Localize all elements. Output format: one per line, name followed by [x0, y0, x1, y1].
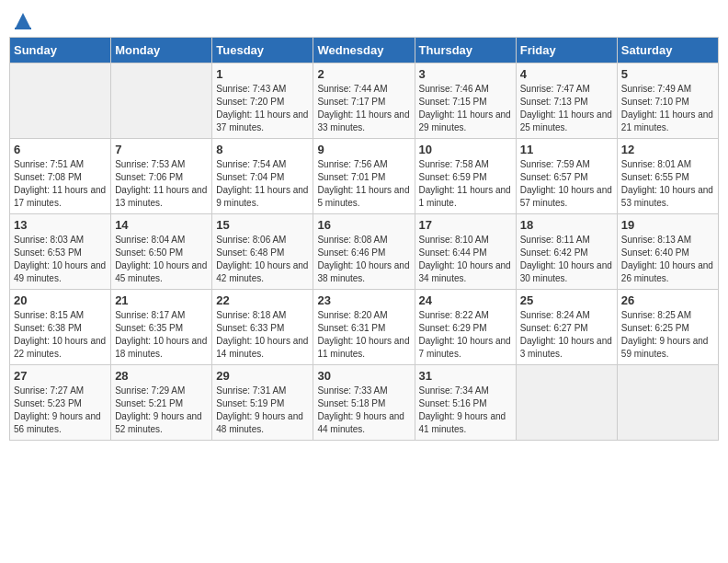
day-number: 13 [14, 218, 107, 232]
page-header [9, 9, 719, 33]
day-number: 7 [115, 143, 208, 156]
calendar-cell: 17Sunrise: 8:10 AM Sunset: 6:44 PM Dayli… [415, 214, 516, 290]
calendar-cell: 1Sunrise: 7:43 AM Sunset: 7:20 PM Daylig… [212, 63, 313, 139]
calendar-cell [617, 365, 718, 441]
day-info: Sunrise: 8:18 AM Sunset: 6:33 PM Dayligh… [216, 309, 309, 361]
day-number: 1 [216, 67, 309, 81]
calendar-week-row: 1Sunrise: 7:43 AM Sunset: 7:20 PM Daylig… [10, 63, 719, 139]
day-number: 21 [115, 293, 208, 307]
day-info: Sunrise: 8:06 AM Sunset: 6:48 PM Dayligh… [216, 234, 309, 285]
weekday-header-sunday: Sunday [10, 38, 111, 63]
day-info: Sunrise: 8:10 AM Sunset: 6:44 PM Dayligh… [419, 234, 512, 285]
calendar-cell: 27Sunrise: 7:27 AM Sunset: 5:23 PM Dayli… [10, 365, 111, 441]
day-info: Sunrise: 8:04 AM Sunset: 6:50 PM Dayligh… [115, 234, 208, 285]
day-info: Sunrise: 8:15 AM Sunset: 6:38 PM Dayligh… [14, 309, 107, 361]
day-number: 16 [317, 218, 410, 232]
day-number: 6 [14, 143, 107, 156]
day-number: 25 [520, 293, 613, 307]
day-number: 2 [317, 67, 410, 81]
weekday-header-saturday: Saturday [617, 38, 718, 63]
calendar-week-row: 20Sunrise: 8:15 AM Sunset: 6:38 PM Dayli… [10, 290, 719, 365]
day-info: Sunrise: 8:25 AM Sunset: 6:25 PM Dayligh… [621, 309, 714, 361]
weekday-header-tuesday: Tuesday [212, 38, 313, 63]
day-info: Sunrise: 7:31 AM Sunset: 5:19 PM Dayligh… [216, 385, 309, 436]
day-info: Sunrise: 8:11 AM Sunset: 6:42 PM Dayligh… [520, 234, 613, 285]
calendar-cell: 3Sunrise: 7:46 AM Sunset: 7:15 PM Daylig… [415, 63, 516, 139]
day-info: Sunrise: 8:17 AM Sunset: 6:35 PM Dayligh… [115, 309, 208, 361]
calendar-cell: 14Sunrise: 8:04 AM Sunset: 6:50 PM Dayli… [111, 214, 212, 290]
day-number: 11 [520, 143, 613, 156]
day-info: Sunrise: 7:54 AM Sunset: 7:04 PM Dayligh… [216, 158, 309, 210]
day-info: Sunrise: 7:29 AM Sunset: 5:21 PM Dayligh… [115, 385, 208, 436]
calendar-cell: 28Sunrise: 7:29 AM Sunset: 5:21 PM Dayli… [111, 365, 212, 441]
calendar-cell: 19Sunrise: 8:13 AM Sunset: 6:40 PM Dayli… [617, 214, 718, 290]
day-info: Sunrise: 7:46 AM Sunset: 7:15 PM Dayligh… [419, 83, 512, 134]
day-number: 27 [14, 369, 107, 383]
calendar-cell: 29Sunrise: 7:31 AM Sunset: 5:19 PM Dayli… [212, 365, 313, 441]
day-number: 18 [520, 218, 613, 232]
calendar-cell: 4Sunrise: 7:47 AM Sunset: 7:13 PM Daylig… [516, 63, 617, 139]
day-info: Sunrise: 7:51 AM Sunset: 7:08 PM Dayligh… [14, 158, 107, 210]
day-number: 8 [216, 143, 309, 156]
day-number: 17 [419, 218, 512, 232]
day-number: 15 [216, 218, 309, 232]
day-info: Sunrise: 7:53 AM Sunset: 7:06 PM Dayligh… [115, 158, 208, 210]
day-number: 4 [520, 67, 613, 81]
calendar-cell: 7Sunrise: 7:53 AM Sunset: 7:06 PM Daylig… [111, 139, 212, 214]
calendar-week-row: 13Sunrise: 8:03 AM Sunset: 6:53 PM Dayli… [10, 214, 719, 290]
calendar-cell: 20Sunrise: 8:15 AM Sunset: 6:38 PM Dayli… [10, 290, 111, 365]
weekday-row: SundayMondayTuesdayWednesdayThursdayFrid… [10, 38, 719, 63]
calendar-cell: 8Sunrise: 7:54 AM Sunset: 7:04 PM Daylig… [212, 139, 313, 214]
day-number: 3 [419, 67, 512, 81]
day-info: Sunrise: 8:20 AM Sunset: 6:31 PM Dayligh… [317, 309, 410, 361]
day-info: Sunrise: 8:01 AM Sunset: 6:55 PM Dayligh… [621, 158, 714, 210]
calendar-cell: 15Sunrise: 8:06 AM Sunset: 6:48 PM Dayli… [212, 214, 313, 290]
calendar-week-row: 27Sunrise: 7:27 AM Sunset: 5:23 PM Dayli… [10, 365, 719, 441]
calendar-cell: 22Sunrise: 8:18 AM Sunset: 6:33 PM Dayli… [212, 290, 313, 365]
calendar-header: SundayMondayTuesdayWednesdayThursdayFrid… [10, 38, 719, 63]
day-number: 29 [216, 369, 309, 383]
day-info: Sunrise: 7:33 AM Sunset: 5:18 PM Dayligh… [317, 385, 410, 436]
day-info: Sunrise: 8:24 AM Sunset: 6:27 PM Dayligh… [520, 309, 613, 361]
calendar-cell: 10Sunrise: 7:58 AM Sunset: 6:59 PM Dayli… [415, 139, 516, 214]
day-info: Sunrise: 7:27 AM Sunset: 5:23 PM Dayligh… [14, 385, 107, 436]
day-number: 20 [14, 293, 107, 307]
day-info: Sunrise: 7:34 AM Sunset: 5:16 PM Dayligh… [419, 385, 512, 436]
calendar-cell: 18Sunrise: 8:11 AM Sunset: 6:42 PM Dayli… [516, 214, 617, 290]
svg-marker-0 [16, 13, 30, 28]
day-number: 5 [621, 67, 714, 81]
day-number: 9 [317, 143, 410, 156]
calendar-body: 1Sunrise: 7:43 AM Sunset: 7:20 PM Daylig… [10, 63, 719, 441]
calendar-cell: 31Sunrise: 7:34 AM Sunset: 5:16 PM Dayli… [415, 365, 516, 441]
calendar-cell: 26Sunrise: 8:25 AM Sunset: 6:25 PM Dayli… [617, 290, 718, 365]
calendar-cell: 6Sunrise: 7:51 AM Sunset: 7:08 PM Daylig… [10, 139, 111, 214]
day-info: Sunrise: 7:49 AM Sunset: 7:10 PM Dayligh… [621, 83, 714, 134]
day-info: Sunrise: 7:56 AM Sunset: 7:01 PM Dayligh… [317, 158, 410, 210]
day-info: Sunrise: 8:08 AM Sunset: 6:46 PM Dayligh… [317, 234, 410, 285]
calendar-cell: 30Sunrise: 7:33 AM Sunset: 5:18 PM Dayli… [313, 365, 415, 441]
day-number: 19 [621, 218, 714, 232]
logo [15, 13, 31, 29]
day-number: 24 [419, 293, 512, 307]
day-number: 28 [115, 369, 208, 383]
day-info: Sunrise: 7:47 AM Sunset: 7:13 PM Dayligh… [520, 83, 613, 134]
day-info: Sunrise: 7:43 AM Sunset: 7:20 PM Dayligh… [216, 83, 309, 134]
calendar-cell: 16Sunrise: 8:08 AM Sunset: 6:46 PM Dayli… [313, 214, 415, 290]
day-number: 30 [317, 369, 410, 383]
calendar-cell: 21Sunrise: 8:17 AM Sunset: 6:35 PM Dayli… [111, 290, 212, 365]
day-number: 22 [216, 293, 309, 307]
calendar-week-row: 6Sunrise: 7:51 AM Sunset: 7:08 PM Daylig… [10, 139, 719, 214]
day-info: Sunrise: 8:13 AM Sunset: 6:40 PM Dayligh… [621, 234, 714, 285]
weekday-header-thursday: Thursday [415, 38, 516, 63]
day-number: 12 [621, 143, 714, 156]
calendar-cell: 24Sunrise: 8:22 AM Sunset: 6:29 PM Dayli… [415, 290, 516, 365]
day-number: 14 [115, 218, 208, 232]
calendar-cell: 11Sunrise: 7:59 AM Sunset: 6:57 PM Dayli… [516, 139, 617, 214]
calendar-cell: 12Sunrise: 8:01 AM Sunset: 6:55 PM Dayli… [617, 139, 718, 214]
calendar-cell [111, 63, 212, 139]
calendar-cell: 2Sunrise: 7:44 AM Sunset: 7:17 PM Daylig… [313, 63, 415, 139]
day-info: Sunrise: 7:58 AM Sunset: 6:59 PM Dayligh… [419, 158, 512, 210]
calendar-cell: 23Sunrise: 8:20 AM Sunset: 6:31 PM Dayli… [313, 290, 415, 365]
weekday-header-wednesday: Wednesday [313, 38, 415, 63]
calendar-cell [516, 365, 617, 441]
